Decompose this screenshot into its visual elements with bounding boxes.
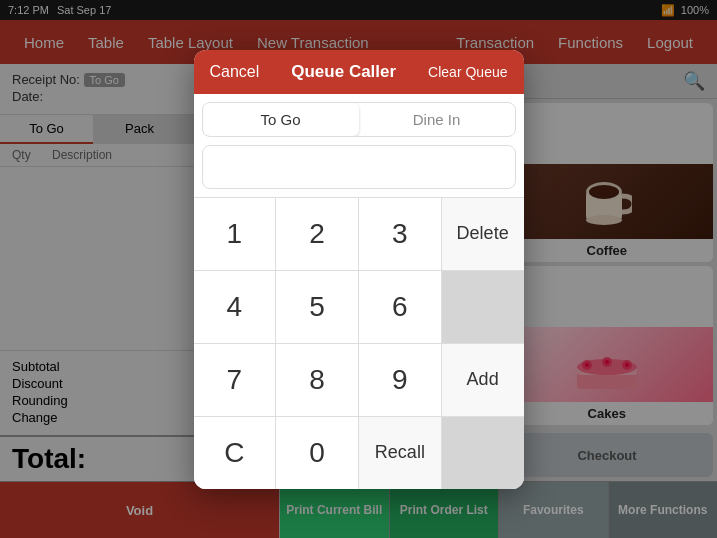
numpad-6[interactable]: 6: [359, 271, 441, 343]
numpad-7[interactable]: 7: [194, 344, 276, 416]
toggle-dine-in[interactable]: Dine In: [359, 103, 515, 136]
numpad-c[interactable]: C: [194, 417, 276, 489]
modal-cancel-button[interactable]: Cancel: [194, 50, 276, 94]
numpad-1[interactable]: 1: [194, 198, 276, 270]
numpad-delete[interactable]: Delete: [442, 198, 524, 270]
modal-title: Queue Caller: [275, 62, 412, 82]
modal-header: Cancel Queue Caller Clear Queue: [194, 50, 524, 94]
numpad-empty: [442, 417, 524, 489]
modal-overlay: Cancel Queue Caller Clear Queue To Go Di…: [0, 0, 717, 538]
numpad-9[interactable]: 9: [359, 344, 441, 416]
numpad-8[interactable]: 8: [276, 344, 358, 416]
modal-display: [202, 145, 516, 189]
numpad-3[interactable]: 3: [359, 198, 441, 270]
numpad-0[interactable]: 0: [276, 417, 358, 489]
numpad: 1 2 3 Delete 4 5 6 7 8 9 Add C 0 Recall: [194, 197, 524, 489]
queue-caller-modal: Cancel Queue Caller Clear Queue To Go Di…: [194, 50, 524, 489]
numpad-recall[interactable]: Recall: [359, 417, 441, 489]
toggle-to-go[interactable]: To Go: [203, 103, 359, 136]
modal-toggle: To Go Dine In: [202, 102, 516, 137]
numpad-5[interactable]: 5: [276, 271, 358, 343]
numpad-4[interactable]: 4: [194, 271, 276, 343]
modal-clear-button[interactable]: Clear Queue: [412, 50, 523, 94]
numpad-add: [442, 271, 524, 343]
numpad-2[interactable]: 2: [276, 198, 358, 270]
numpad-add-btn[interactable]: Add: [442, 344, 524, 416]
